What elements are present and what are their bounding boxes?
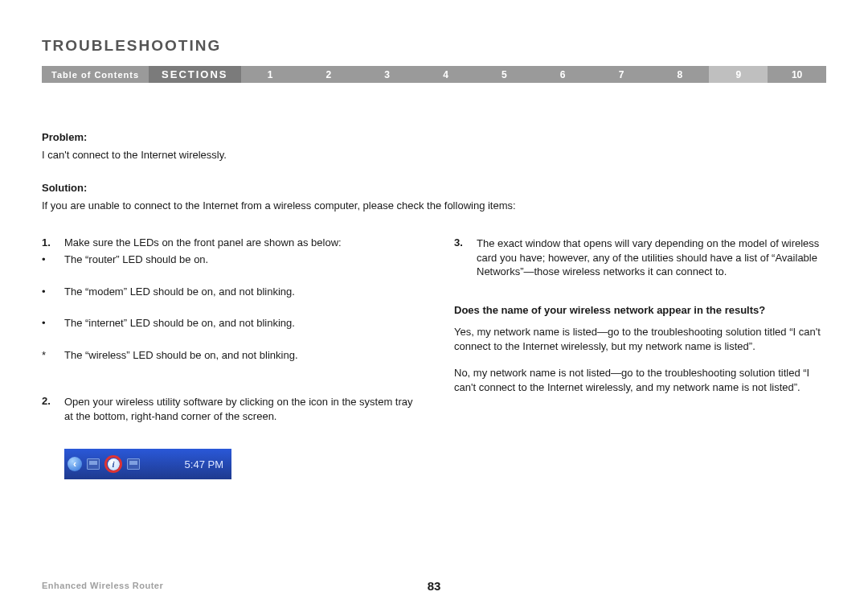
tray-display-icon [127,458,140,470]
page-title: TROUBLESHOOTING [42,37,826,55]
bullet-text: The “internet” LED should be on, and not… [64,315,295,331]
nav-section-1[interactable]: 1 [241,66,300,83]
step-2: 2. Open your wireless utility software b… [42,395,414,423]
page-footer: Enhanced Wireless Router 83 [42,581,826,590]
nav-section-6[interactable]: 6 [534,66,592,83]
bullet-text: The “modem” LED should be on, and not bl… [64,284,295,300]
nav-section-8[interactable]: 8 [650,66,709,83]
answer-yes: Yes, my network name is listed—go to the… [454,325,826,353]
tray-wireless-icon: i [104,455,122,473]
nav-section-2[interactable]: 2 [299,66,358,83]
product-name: Enhanced Wireless Router [42,581,163,590]
bullet-mark: • [42,252,64,268]
results-question: Does the name of your wireless network a… [454,303,826,318]
answer-no: No, my network name is not listed—go to … [454,366,826,394]
bullet-mark: • [42,315,64,331]
tray-clock: 5:47 PM [180,458,223,470]
list-item: •The “router” LED should be on. [42,252,414,268]
bullet-mark: • [42,284,64,300]
step-1-text: Make sure the LEDs on the front panel ar… [64,236,414,249]
step-3-number: 3. [454,236,477,279]
step-1: 1. Make sure the LEDs on the front panel… [42,236,414,379]
nav-section-4[interactable]: 4 [416,66,475,83]
bullet-text: The “router” LED should be on. [64,252,208,268]
tray-expand-icon: ‹ [68,457,82,471]
bullet-text: The “wireless” LED should be on, and not… [64,347,298,364]
list-item: •The “modem” LED should be on, and not b… [42,284,414,300]
tray-network-icon [87,458,100,470]
problem-label: Problem: [42,131,826,143]
nav-section-3[interactable]: 3 [358,66,416,83]
list-item: *The “wireless” LED should be on, and no… [42,347,414,364]
nav-sections-label: SECTIONS [149,66,240,83]
bullet-mark: * [42,347,64,364]
nav-section-9[interactable]: 9 [709,66,768,83]
step-2-text: Open your wireless utility software by c… [64,395,414,423]
page-number: 83 [428,579,441,593]
step-2-number: 2. [42,395,64,423]
section-nav-bar: Table of Contents SECTIONS 1 2 3 4 5 6 7… [42,66,826,83]
solution-label: Solution: [42,182,826,194]
solution-intro: If you are unable to connect to the Inte… [42,199,826,213]
list-item: •The “internet” LED should be on, and no… [42,315,414,331]
step-3-text: The exact window that opens will vary de… [477,236,826,279]
nav-toc-link[interactable]: Table of Contents [42,66,149,83]
system-tray-screenshot: ‹ i 5:47 PM [64,449,231,479]
nav-section-7[interactable]: 7 [592,66,651,83]
nav-section-5[interactable]: 5 [475,66,534,83]
step-3: 3. The exact window that opens will vary… [454,236,826,279]
problem-text: I can't connect to the Internet wireless… [42,148,826,162]
nav-section-numbers: 1 2 3 4 5 6 7 8 9 10 [241,66,826,83]
nav-section-10[interactable]: 10 [768,66,826,83]
